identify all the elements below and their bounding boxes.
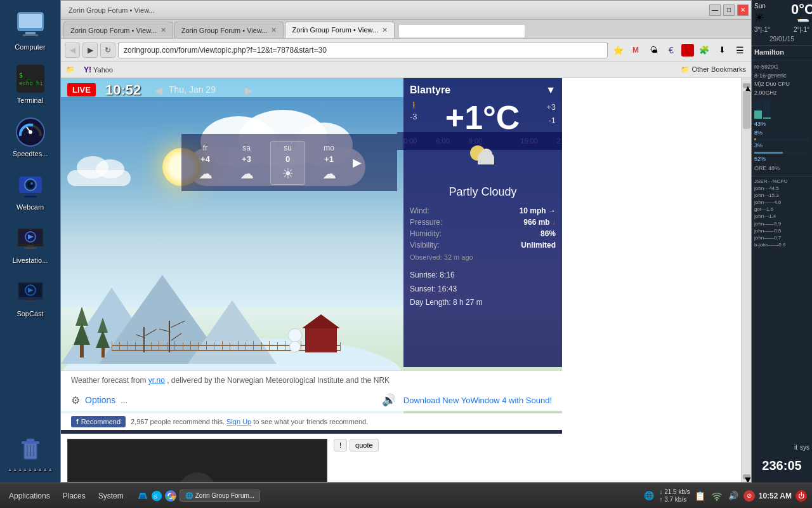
updates-icon[interactable]: 📋 <box>694 490 707 502</box>
webcam-label: Webcam <box>16 203 44 211</box>
fb-signup-link[interactable]: Sign Up <box>226 418 251 425</box>
gear-icon[interactable]: ⚙ <box>71 394 80 406</box>
tab-3[interactable]: Zorin Group Forum • View... ✕ <box>285 22 395 38</box>
cpu-kernel: 8-16-generic <box>754 72 809 81</box>
forward-button[interactable]: ▶ <box>82 43 98 58</box>
sunset-value: 16:43 <box>438 284 457 293</box>
daylength-value: 8 h 27 m <box>453 298 483 307</box>
tab-1-close[interactable]: ✕ <box>160 26 166 34</box>
cpu-bar-1 <box>754 100 762 119</box>
sidebar-icon-trash[interactable]: ▲▲▲▲▲▲▲▲▲ <box>3 430 57 476</box>
red-square-icon[interactable] <box>681 44 694 57</box>
reload-button[interactable]: ↻ <box>100 43 115 58</box>
taskbar-active-window[interactable]: 🌐 Zorin Group Forum... <box>180 490 260 502</box>
download-link[interactable]: Download New YoWindow 4 with Sound! <box>403 396 552 405</box>
svg-point-14 <box>30 182 33 185</box>
browser-tabs: Zorin Group Forum • View... ✕ Zorin Grou… <box>61 20 751 39</box>
wifi-icon[interactable] <box>710 490 723 502</box>
proc-9: b-john——0.6 <box>754 241 809 248</box>
yahoo-bookmark[interactable]: Y! Yahoo <box>80 64 117 76</box>
block-icon[interactable]: ⊘ <box>743 490 755 502</box>
address-input[interactable] <box>118 42 608 58</box>
forum-post-area: ! quote <box>61 434 562 482</box>
browser-scrollbar[interactable]: ▲ ▼ <box>741 78 751 482</box>
options-link[interactable]: Options <box>85 395 115 405</box>
svg-text:echo hi: echo hi <box>19 80 43 86</box>
tab-2[interactable]: Zorin Group Forum • View... ✕ <box>174 22 284 38</box>
places-menu[interactable]: Places <box>58 489 91 503</box>
livestation-icon <box>15 224 46 254</box>
other-bookmarks[interactable]: 📁 Other Bookmarks <box>681 65 746 74</box>
exclaim-button[interactable]: ! <box>334 439 347 451</box>
sunset-row: Sunset: 16:43 <box>410 283 556 297</box>
big-temp: +1°C <box>445 101 520 134</box>
fb-recommend-btn[interactable]: f Recommend <box>71 416 126 427</box>
swap-bar-bg <box>754 152 809 154</box>
scroll-down-btn[interactable]: ▼ <box>743 474 750 479</box>
window-title: Zorin Group Forum • View... <box>63 6 709 14</box>
right-info-panel: Sun Mon ☀ ⛅ 3°|-1° 2°|-1° 29/01/15 0°C H… <box>752 0 812 483</box>
options-left: ⚙ Options ... <box>71 394 128 406</box>
svg-rect-3 <box>25 32 36 34</box>
quote-button[interactable]: quote <box>350 439 379 451</box>
scroll-thumb[interactable] <box>743 91 750 129</box>
source-link[interactable]: yr.no <box>148 376 165 385</box>
applications-menu[interactable]: Applications <box>4 489 55 503</box>
sopcast-icon <box>15 277 46 307</box>
sidebar-icon-speedtest[interactable]: Speedtes... <box>3 113 57 161</box>
star-icon[interactable]: ⭐ <box>610 43 625 58</box>
sidebar-icon-sopcast[interactable]: SopCast <box>3 273 57 321</box>
widget-nav-right[interactable]: ▶ <box>245 84 252 97</box>
sunrise-label: Sunrise: <box>410 271 440 279</box>
scroll-up-btn[interactable]: ▲ <box>743 83 750 88</box>
weather-toolbar-icon[interactable]: 🌤 <box>646 43 661 58</box>
places-label: Places <box>63 491 86 500</box>
pressure-value: 966 mb ↓ <box>523 218 556 227</box>
sidebar-icon-livestation[interactable]: Livestatio... <box>3 220 57 268</box>
sidebar-icon-computer[interactable]: Computer <box>3 6 57 55</box>
taskbar-zorin-icon[interactable] <box>136 490 149 502</box>
shutdown-icon[interactable]: ⏻ <box>796 490 807 502</box>
network-icon[interactable]: 🌐 <box>643 490 655 502</box>
applications-label: Applications <box>9 491 50 500</box>
menu-icon[interactable]: ☰ <box>732 43 747 58</box>
sidebar-icon-webcam[interactable]: Webcam <box>3 166 57 215</box>
cpu-model: M)2 Duo CPU <box>754 80 809 89</box>
address-bar: ◀ ▶ ↻ ⭐ M 🌤 € 🧩 ⬇ ☰ <box>61 39 751 62</box>
system-menu[interactable]: System <box>93 489 129 503</box>
taskbar-skype-icon[interactable]: S <box>150 490 163 502</box>
forecast-next-btn[interactable]: ▶ <box>353 156 362 170</box>
forecast-sun: su 0 ☀ <box>270 141 305 185</box>
close-button[interactable]: ✕ <box>737 4 749 16</box>
info-city-row: Blantyre ▼ <box>410 84 556 96</box>
addon-icon[interactable]: 🧩 <box>697 43 712 58</box>
gmail-icon[interactable]: M <box>628 43 643 58</box>
sidebar-icon-terminal[interactable]: $ _ echo hi Terminal <box>3 60 57 108</box>
tree-1 <box>74 307 90 358</box>
taskbar-chrome-icon[interactable] <box>164 490 177 502</box>
svg-text:S: S <box>154 493 157 500</box>
sound-icon: 🔊 <box>382 393 396 407</box>
tab-1[interactable]: Zorin Group Forum • View... ✕ <box>63 22 173 38</box>
city-dropdown-icon[interactable]: ▼ <box>546 84 556 96</box>
visibility-value: Unlimited <box>521 241 556 250</box>
forecast-mon-temp: +1 <box>324 154 334 164</box>
walk-info: 🚶 -3 <box>410 101 419 121</box>
widget-time: 10:52 <box>105 82 141 98</box>
cloud-small <box>67 161 131 186</box>
tab-2-close[interactable]: ✕ <box>271 26 277 34</box>
euro-icon[interactable]: € <box>664 43 679 58</box>
maximize-button[interactable]: □ <box>723 4 735 16</box>
tab-search-input[interactable] <box>398 24 525 38</box>
volume-icon[interactable]: 🔊 <box>727 490 740 502</box>
mini-sun-icon: ☀ <box>754 11 764 25</box>
download-icon[interactable]: ⬇ <box>714 43 730 58</box>
swap-bar-fill <box>754 152 783 154</box>
mini-sun-temp: 3°|-1° <box>754 26 770 33</box>
back-button[interactable]: ◀ <box>65 43 80 58</box>
widget-nav-left[interactable]: ◀ <box>155 84 162 97</box>
tab-3-close[interactable]: ✕ <box>382 26 388 34</box>
minimize-button[interactable]: — <box>709 4 721 16</box>
fb-suffix-text: to see what your friends recommend. <box>253 418 368 425</box>
video-play-icon[interactable] <box>178 472 216 483</box>
